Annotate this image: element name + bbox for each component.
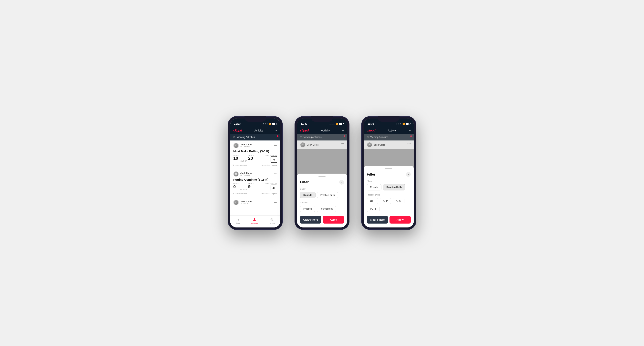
- filter-icon-2: ⊞: [300, 136, 302, 139]
- shot-quality-badge-2: 45: [270, 184, 277, 191]
- practice-button-2[interactable]: Practice: [300, 206, 315, 212]
- filter-icon-1: ⊞: [233, 136, 235, 139]
- battery-icon-2: [339, 123, 343, 125]
- score-group-2: Score 0: [233, 183, 239, 189]
- logo-1: clippd: [233, 129, 242, 132]
- activity-header-2: JC Josh Coles 28 Feb 2023 •••: [233, 171, 277, 177]
- app-header-2: clippd Activity ≡: [297, 127, 347, 134]
- header-title-3: Activity: [388, 129, 396, 132]
- shot-quality-label-2: Shot Quality: [265, 183, 277, 184]
- clear-filters-button-3[interactable]: Clear Filters: [367, 216, 388, 223]
- phone-2-screen: 11:33 ▲▲▲ 📶 clippd Activity ≡ ⊞ Viewing …: [297, 119, 347, 227]
- viewing-bar-3: ⊞ Viewing Activities: [364, 134, 414, 141]
- shots-value-1: 20: [248, 156, 254, 161]
- tournament-button-2[interactable]: Tournament: [317, 206, 336, 212]
- filter-icon-3: ⊞: [367, 136, 369, 139]
- phones-showcase: 11:33 ▲▲▲ 📶 clippd Activity ≡ ⊞ Viewing …: [228, 116, 416, 230]
- menu-icon-3[interactable]: ≡: [409, 129, 411, 132]
- activity-list-1: JC Josh Coles 28 Feb 2023 ••• Must Make …: [230, 141, 280, 215]
- shots-group-2: Shots 9: [248, 183, 254, 189]
- app-header-1: clippd Activity ≡: [230, 127, 280, 134]
- show-rounds-button-3[interactable]: Rounds: [367, 184, 382, 190]
- status-icons-2: ▲▲▲ 📶: [329, 123, 343, 125]
- status-icons-1: ▲▲▲ 📶: [262, 123, 276, 125]
- apply-button-3[interactable]: Apply: [390, 216, 411, 223]
- test-info-2: ℹ Test Information: [233, 193, 247, 195]
- filter-active-dot-2: [344, 135, 345, 137]
- status-icons-3: ▲▲▲ 📶: [396, 123, 410, 125]
- data-source-2: Data: Clippd Capture: [261, 193, 277, 195]
- stats-row-1: Score 10 OUT OF Shots 20 Shot Quality 75: [233, 154, 277, 163]
- phone-2: 11:33 ▲▲▲ 📶 clippd Activity ≡ ⊞ Viewing …: [294, 116, 350, 230]
- modal-title-3: Filter: [367, 173, 375, 176]
- viewing-bar-text-1: Viewing Activities: [237, 136, 255, 139]
- phone-3-screen: 11:33 ▲▲▲ 📶 clippd Activity ≡ ⊞ Viewing …: [364, 119, 414, 227]
- status-time-2: 11:33: [301, 122, 307, 125]
- nav-activities-1[interactable]: ♟ Activities: [251, 217, 258, 224]
- app-button-3[interactable]: APP: [380, 198, 391, 204]
- score-value-1: 10: [233, 156, 239, 161]
- notch-2: [311, 116, 333, 122]
- activity-header-3: JC Josh Coles 28 Feb 2023 •••: [233, 200, 277, 205]
- battery-icon-1: [272, 123, 276, 125]
- filter-active-dot-3: [410, 135, 412, 137]
- show-rounds-button-2[interactable]: Rounds: [300, 192, 316, 198]
- show-label-3: Show: [367, 180, 411, 182]
- menu-icon-2[interactable]: ≡: [342, 129, 344, 132]
- phone-1: 11:33 ▲▲▲ 📶 clippd Activity ≡ ⊞ Viewing …: [228, 116, 283, 230]
- activity-title-1: Must Make Putting (3-6 ft): [233, 150, 277, 153]
- phone-1-screen: 11:33 ▲▲▲ 📶 clippd Activity ≡ ⊞ Viewing …: [230, 119, 280, 227]
- activity-footer-2: ℹ Test Information Data: Clippd Capture: [233, 193, 277, 195]
- activity-header-1: JC Josh Coles 28 Feb 2023 •••: [233, 143, 277, 148]
- putt-button-3[interactable]: PUTT: [367, 206, 380, 212]
- app-header-3: clippd Activity ≡: [364, 127, 414, 134]
- rounds-label-2: Rounds: [300, 201, 344, 204]
- avatar-2: JC: [233, 171, 239, 177]
- viewing-bar-1[interactable]: ⊞ Viewing Activities: [230, 134, 280, 141]
- user-name-2: Josh Coles: [240, 172, 252, 174]
- user-date-1: 28 Feb 2023: [240, 146, 252, 148]
- signal-icon-2: ▲▲▲: [329, 123, 335, 125]
- activity-item-1[interactable]: JC Josh Coles 28 Feb 2023 ••• Must Make …: [230, 141, 280, 169]
- close-button-3[interactable]: ✕: [406, 172, 411, 177]
- test-info-1: ℹ Test Information: [233, 164, 247, 166]
- wifi-icon-1: 📶: [269, 123, 271, 125]
- show-drills-button-2[interactable]: Practice Drills: [317, 192, 338, 198]
- user-info-1: JC Josh Coles 28 Feb 2023: [233, 143, 252, 148]
- capture-icon-1: ⊕: [270, 217, 274, 222]
- more-dots-1[interactable]: •••: [274, 144, 277, 147]
- bottom-nav-1: ⌂ Home ♟ Activities ⊕ Capture: [230, 215, 280, 227]
- modal-handle-3: [385, 168, 392, 169]
- apply-button-2[interactable]: Apply: [323, 216, 344, 223]
- activities-label-1: Activities: [251, 222, 258, 224]
- score-group-1: Score 10: [233, 154, 239, 161]
- modal-handle-2: [318, 176, 326, 177]
- bg-user-row-3: JC Josh Coles •••: [364, 141, 414, 149]
- show-drills-button-3[interactable]: Practice Drills: [383, 184, 406, 190]
- menu-icon-1[interactable]: ≡: [276, 129, 277, 132]
- logo-2: clippd: [300, 129, 309, 132]
- ott-button-3[interactable]: OTT: [367, 198, 378, 204]
- user-name-1: Josh Coles: [240, 143, 252, 146]
- more-dots-2[interactable]: •••: [274, 172, 277, 176]
- modal-title-2: Filter: [300, 180, 309, 184]
- activity-title-2: Putting Combine (3-15 ft): [233, 178, 277, 181]
- arg-button-3[interactable]: ARG: [393, 198, 404, 204]
- signal-icon-1: ▲▲▲: [262, 123, 268, 125]
- nav-capture-1[interactable]: ⊕ Capture: [269, 217, 275, 224]
- show-buttons-2: Rounds Practice Drills: [300, 192, 344, 198]
- close-button-2[interactable]: ✕: [339, 180, 344, 184]
- more-dots-3[interactable]: •••: [274, 201, 277, 204]
- shots-group-1: Shots 20: [248, 154, 254, 161]
- activity-item-3[interactable]: JC Josh Coles 28 Feb 2023 •••: [230, 197, 280, 209]
- user-name-3: Josh Coles: [240, 200, 252, 203]
- out-of-2: OUT OF: [240, 188, 247, 190]
- activity-item-2[interactable]: JC Josh Coles 28 Feb 2023 ••• Putting Co…: [230, 169, 280, 197]
- nav-home-1[interactable]: ⌂ Home: [236, 217, 240, 224]
- shot-quality-group-1: Shot Quality 75: [265, 154, 277, 163]
- clear-filters-button-2[interactable]: Clear Filters: [300, 216, 321, 223]
- header-title-1: Activity: [254, 129, 263, 132]
- modal-footer-3: Clear Filters Apply: [367, 216, 411, 223]
- logo-3: clippd: [367, 129, 375, 132]
- signal-icon-3: ▲▲▲: [396, 123, 402, 125]
